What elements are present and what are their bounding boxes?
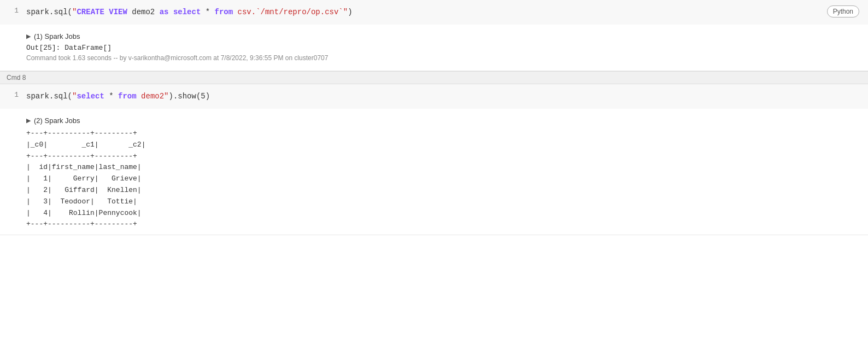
cell-1: 1 spark.sql("CREATE VIEW demo2 as select… bbox=[0, 0, 868, 71]
table-output: +---+----------+---------+ |_c0| _c1| _c… bbox=[26, 128, 859, 230]
spark-jobs-2-triangle: ▶ bbox=[26, 117, 31, 124]
cell-2-code-area: 1 spark.sql("select * from demo2").show(… bbox=[0, 84, 868, 109]
cell-1-number: 1 bbox=[2, 5, 26, 19]
table-line-1: +---+----------+---------+ bbox=[26, 128, 859, 139]
table-line-2: |_c0| _c1| _c2| bbox=[26, 139, 859, 151]
code-csv-path: csv.`/mnt/repro/op.csv`" bbox=[233, 8, 348, 16]
table-line-5: | 1| Gerry| Grieve| bbox=[26, 173, 859, 185]
table-line-7: | 3| Teodoor| Tottie| bbox=[26, 196, 859, 208]
code2-from: from bbox=[118, 92, 137, 101]
table-line-4: | id|first_name|last_name| bbox=[26, 162, 859, 173]
code2-spark-sql: spark.sql( bbox=[26, 92, 72, 101]
notebook-container: 1 spark.sql("CREATE VIEW demo2 as select… bbox=[0, 0, 868, 235]
spark-jobs-1-triangle: ▶ bbox=[26, 33, 31, 40]
table-line-3: +---+----------+---------+ bbox=[26, 151, 859, 162]
cell-2-output: ▶ (2) Spark Jobs +---+----------+-------… bbox=[0, 109, 868, 235]
spark-jobs-2[interactable]: ▶ (2) Spark Jobs bbox=[26, 116, 859, 125]
spark-jobs-1-label: (1) Spark Jobs bbox=[34, 32, 80, 40]
out-label-1: Out[25]: DataFrame[] bbox=[26, 44, 859, 52]
code-close-paren: ) bbox=[348, 8, 352, 16]
spark-jobs-2-label: (2) Spark Jobs bbox=[34, 116, 80, 125]
code2-select: select bbox=[77, 92, 104, 101]
cell-2-code[interactable]: spark.sql("select * from demo2").show(5) bbox=[26, 90, 868, 103]
code-from: from bbox=[215, 8, 233, 16]
code-create: CREATE bbox=[77, 8, 104, 16]
code-select: select bbox=[173, 8, 201, 16]
code-space1 bbox=[104, 8, 109, 16]
cmd-label: Cmd 8 bbox=[0, 71, 868, 84]
command-info-1: Command took 1.63 seconds -- by v-sariko… bbox=[26, 54, 859, 62]
cell-2: 1 spark.sql("select * from demo2").show(… bbox=[0, 84, 868, 235]
code-space2 bbox=[168, 8, 173, 16]
table-line-6: | 2| Giffard| Knellen| bbox=[26, 185, 859, 196]
code-view: VIEW bbox=[109, 8, 127, 16]
python-badge[interactable]: Python bbox=[827, 5, 859, 18]
code-star: * bbox=[201, 8, 214, 16]
code-spark-sql: spark.sql( bbox=[26, 8, 72, 16]
table-line-9: +---+----------+---------+ bbox=[26, 219, 859, 230]
spark-jobs-1[interactable]: ▶ (1) Spark Jobs bbox=[26, 32, 859, 40]
cell-2-number: 1 bbox=[2, 90, 26, 103]
cell-1-output: ▶ (1) Spark Jobs Out[25]: DataFrame[] Co… bbox=[0, 25, 868, 71]
cell-1-code[interactable]: spark.sql("CREATE VIEW demo2 as select *… bbox=[26, 5, 868, 19]
code2-demo2: demo2" bbox=[137, 92, 169, 101]
code2-show: ).show(5) bbox=[168, 92, 210, 101]
code2-star: * bbox=[104, 92, 118, 101]
cell-1-code-area: 1 spark.sql("CREATE VIEW demo2 as select… bbox=[0, 0, 868, 25]
code-as: as bbox=[160, 8, 169, 16]
table-line-8: | 4| Rollin|Pennycook| bbox=[26, 208, 859, 219]
code-demo2: demo2 bbox=[127, 8, 160, 16]
